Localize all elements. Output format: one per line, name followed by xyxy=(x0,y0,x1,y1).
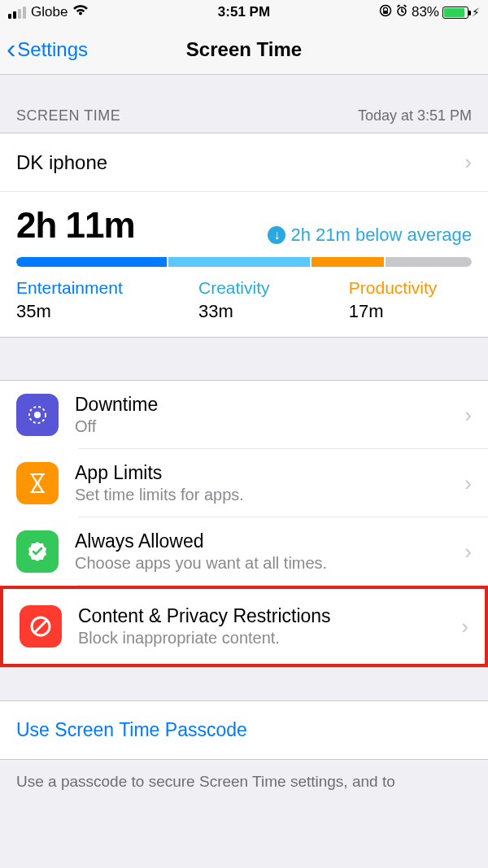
app-limits-subtitle: Set time limits for apps. xyxy=(75,486,448,504)
features-group: Downtime Off › App Limits Set time limit… xyxy=(0,380,488,668)
chevron-right-icon: › xyxy=(464,471,472,496)
cat-value-creativity: 33m xyxy=(198,301,349,322)
bar-seg-remaining xyxy=(386,257,472,267)
svg-line-6 xyxy=(35,621,46,632)
always-allowed-title: Always Allowed xyxy=(75,530,448,552)
hourglass-icon xyxy=(16,462,59,504)
bar-seg-productivity xyxy=(312,257,385,267)
highlight-content-restrictions: Content & Privacy Restrictions Block ina… xyxy=(0,586,488,667)
down-arrow-icon: ↓ xyxy=(268,226,285,244)
charging-icon: ⚡︎ xyxy=(472,6,480,19)
chevron-right-icon: › xyxy=(461,614,468,639)
downtime-subtitle: Off xyxy=(75,417,448,436)
cat-label-entertainment: Entertainment xyxy=(16,278,198,298)
status-bar: Globe 3:51 PM 83% ⚡︎ xyxy=(0,0,488,24)
section-header-right: Today at 3:51 PM xyxy=(358,107,472,124)
section-header: SCREEN TIME Today at 3:51 PM xyxy=(0,75,488,133)
status-time: 3:51 PM xyxy=(165,4,322,20)
carrier-label: Globe xyxy=(31,4,68,20)
bar-seg-entertainment xyxy=(16,257,167,267)
use-passcode-button[interactable]: Use Screen Time Passcode xyxy=(0,701,488,759)
row-content-restrictions[interactable]: Content & Privacy Restrictions Block ina… xyxy=(3,589,485,664)
usage-group: DK iphone › 2h 11m ↓ 2h 21m below averag… xyxy=(0,133,488,338)
device-row[interactable]: DK iphone › xyxy=(0,133,488,192)
row-always-allowed[interactable]: Always Allowed Choose apps you want at a… xyxy=(0,517,488,586)
battery-icon xyxy=(442,7,468,19)
always-allowed-subtitle: Choose apps you want at all times. xyxy=(75,554,448,573)
usage-delta: ↓ 2h 21m below average xyxy=(268,225,472,246)
downtime-title: Downtime xyxy=(75,394,448,416)
chevron-right-icon: › xyxy=(464,150,472,175)
wifi-icon xyxy=(72,4,89,20)
app-limits-title: App Limits xyxy=(75,462,448,484)
usage-detail[interactable]: 2h 11m ↓ 2h 21m below average Entertainm… xyxy=(0,192,488,337)
content-restrictions-subtitle: Block inappropriate content. xyxy=(78,629,445,648)
usage-bar-chart xyxy=(16,257,472,267)
chevron-left-icon: ‹ xyxy=(7,34,15,62)
bar-seg-creativity xyxy=(168,257,310,267)
section-header-left: SCREEN TIME xyxy=(16,107,120,124)
signal-icon xyxy=(8,7,26,19)
cat-value-productivity: 17m xyxy=(349,301,472,322)
cat-label-productivity: Productivity xyxy=(349,278,472,298)
battery-percent: 83% xyxy=(412,4,439,20)
alarm-icon xyxy=(395,4,408,21)
footer-note: Use a passcode to secure Screen Time set… xyxy=(0,760,488,792)
device-name: DK iphone xyxy=(16,151,107,174)
orientation-lock-icon xyxy=(379,4,392,21)
svg-point-4 xyxy=(34,412,41,418)
no-entry-icon xyxy=(20,605,62,648)
downtime-icon xyxy=(16,394,59,436)
nav-bar: ‹ Settings Screen Time xyxy=(0,24,488,75)
cat-label-creativity: Creativity xyxy=(198,278,349,298)
content-restrictions-title: Content & Privacy Restrictions xyxy=(78,605,445,627)
usage-total: 2h 11m xyxy=(16,205,135,246)
row-downtime[interactable]: Downtime Off › xyxy=(0,381,488,449)
chevron-right-icon: › xyxy=(464,539,472,565)
back-label: Settings xyxy=(17,38,88,61)
cat-value-entertainment: 35m xyxy=(16,301,198,322)
row-app-limits[interactable]: App Limits Set time limits for apps. › xyxy=(0,449,488,517)
passcode-group: Use Screen Time Passcode xyxy=(0,700,488,760)
svg-rect-1 xyxy=(383,11,388,14)
check-badge-icon xyxy=(16,530,59,573)
usage-delta-text: 2h 21m below average xyxy=(290,225,472,246)
chevron-right-icon: › xyxy=(464,403,472,428)
back-button[interactable]: ‹ Settings xyxy=(7,37,88,62)
